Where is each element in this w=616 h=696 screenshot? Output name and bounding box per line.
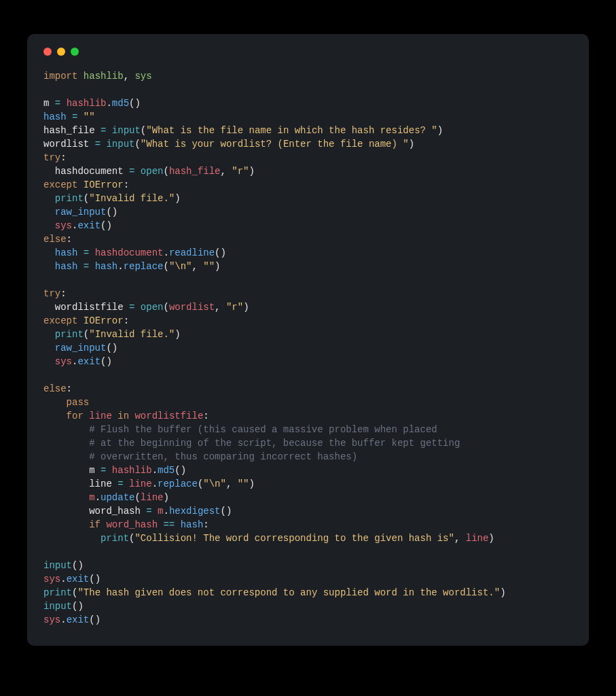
- comment-line: # overwritten, thus comparing incorrect …: [89, 451, 357, 462]
- comment-line: # Flush the buffer (this caused a massiv…: [89, 424, 437, 435]
- kw-import: import: [43, 71, 77, 82]
- minimize-icon[interactable]: [57, 48, 65, 56]
- mod-sys: sys: [134, 71, 151, 82]
- window-titlebar: [43, 48, 573, 56]
- zoom-icon[interactable]: [71, 48, 79, 56]
- close-icon[interactable]: [43, 48, 52, 56]
- var-hash: hash: [43, 111, 67, 122]
- var-hash-file: hash_file: [43, 125, 95, 136]
- code-block: import hashlib, sys m = hashlib.md5() ha…: [43, 69, 573, 627]
- mod-hashlib: hashlib: [84, 71, 124, 82]
- var-m: m: [43, 98, 49, 109]
- code-window: import hashlib, sys m = hashlib.md5() ha…: [27, 34, 589, 646]
- var-wordlist: wordlist: [43, 139, 89, 150]
- comment-line: # at the beginning of the script, becaus…: [89, 438, 460, 449]
